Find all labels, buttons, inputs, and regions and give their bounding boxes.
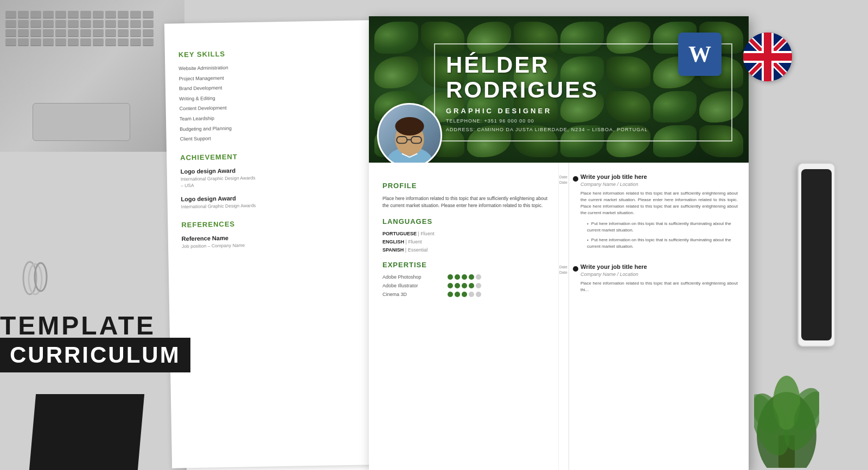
- languages-section-title: LANGUAGES: [382, 217, 547, 226]
- job-2-title: Write your job title here: [580, 263, 738, 270]
- skill-4: Writing & Editing: [179, 92, 385, 102]
- lang-2: ENGLISH | Fluent: [382, 239, 547, 244]
- lang-1: PORTUGUESE | Fluent: [382, 231, 547, 236]
- job-1-desc: Place here information related to this t…: [580, 190, 738, 216]
- key-skills-title: KEY SKILLS: [178, 47, 385, 59]
- svg-rect-18: [764, 33, 771, 81]
- plant: [754, 359, 819, 470]
- profile-text: Place here information related to this t…: [382, 195, 547, 209]
- skill-1: Website Administration: [178, 62, 385, 72]
- achievement-1-sub: International Graphic Design Awards– USA: [181, 172, 387, 189]
- expertise-section-title: EXPERTISE: [382, 261, 547, 269]
- keyboard-keys: [5, 11, 154, 55]
- svg-line-13: [743, 33, 792, 81]
- expertise-1-dots: [448, 274, 481, 280]
- svg-line-11: [743, 33, 792, 81]
- references-title: REFERENCES: [181, 217, 387, 229]
- job-1-title: Write your job title here: [580, 173, 738, 180]
- resume-body: PROFILE Place here information related t…: [369, 163, 749, 470]
- skill-2: Project Management: [179, 72, 385, 82]
- resume-telephone: TELEPHONE: +351 96 000 00 00: [446, 118, 720, 124]
- job-1-company: Company Name / Location: [580, 182, 738, 187]
- svg-rect-17: [743, 53, 792, 61]
- job-entry-2: Date Date Write your job title here Comp…: [570, 263, 738, 293]
- job-2-company: Company Name / Location: [580, 272, 738, 277]
- resume-right-col: Date Date Write your job title here Comp…: [559, 163, 749, 470]
- uk-flag-icon: [743, 33, 792, 81]
- expertise-2: Adobe Illustrator: [382, 283, 547, 288]
- svg-rect-15: [743, 51, 792, 63]
- avatar: [377, 103, 442, 163]
- achievement-title: ACHIEVEMENT: [180, 150, 386, 162]
- achievement-2-sub: International Graphic Design Awards: [181, 200, 387, 210]
- skill-5: Content Development: [180, 102, 386, 112]
- skill-7: Budgeting and Planning: [180, 122, 386, 132]
- word-icon: W: [678, 33, 722, 76]
- skill-8: Client Support: [180, 132, 386, 143]
- skill-3: Brand Development: [179, 82, 385, 92]
- resume-name-line2: RODRIGUES: [446, 78, 720, 102]
- svg-rect-10: [743, 33, 792, 81]
- resume-container: Date Date Write your job title here Comp…: [163, 11, 781, 459]
- resume-address: ADDRESS: CAMINHO DA JUSTA LIBERDADE, N23…: [446, 127, 720, 132]
- uk-flag-design: [743, 33, 792, 81]
- word-letter: W: [688, 41, 711, 67]
- resume-left-col: PROFILE Place here information related t…: [369, 163, 559, 470]
- curriculum-box: CURRICULUM: [0, 338, 190, 372]
- expertise-3-dots: [448, 292, 481, 297]
- lang-3: SPANISH | Essential: [382, 247, 547, 253]
- resume-main-page: HÉLDER RODRIGUES GRAPHIC DESIGNER TELEPH…: [369, 16, 749, 470]
- template-word: TEMPLATE: [0, 311, 190, 340]
- skill-6: Team Leardship: [180, 112, 386, 123]
- svg-line-12: [743, 33, 792, 81]
- expertise-1: Adobe Photoshop: [382, 274, 547, 280]
- job-1-bullet-2: •Put here information on this topic that…: [587, 237, 738, 250]
- phone-screen: [801, 169, 832, 340]
- reference-position: Job position – Company Name: [182, 240, 388, 250]
- curriculum-word: CURRICULUM: [10, 342, 181, 368]
- svg-point-24: [395, 117, 424, 136]
- keyboard: [0, 0, 184, 152]
- paperclips: [19, 256, 52, 302]
- trackpad: [33, 103, 130, 141]
- job-2-desc: Place here information related to this t…: [580, 280, 738, 293]
- expertise-2-dots: [448, 283, 481, 288]
- resume-job-title: GRAPHIC DESIGNER: [446, 107, 720, 115]
- expertise-3: Cinema 3D: [382, 292, 547, 297]
- decorative-shape: [29, 394, 144, 470]
- template-label: TEMPLATE CURRICULUM: [0, 311, 190, 372]
- svg-line-14: [743, 33, 792, 81]
- job-1-bullet-1: •Put here information on this topic that…: [587, 221, 738, 234]
- job-entry-1: Date Date Write your job title here Comp…: [570, 173, 738, 250]
- phone: [797, 163, 835, 347]
- profile-section-title: PROFILE: [382, 182, 547, 190]
- svg-rect-16: [762, 33, 774, 81]
